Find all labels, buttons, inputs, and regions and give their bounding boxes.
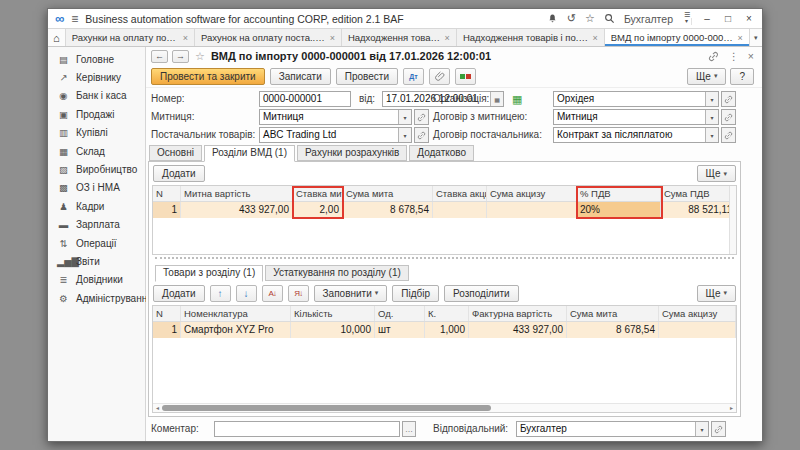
cell-vat-percent[interactable]: 20%	[577, 202, 661, 218]
responsible-open-button[interactable]	[711, 421, 726, 437]
col-n[interactable]: N	[153, 186, 181, 201]
cell-duty-sum[interactable]: 8 678,54	[343, 202, 433, 218]
sidebar-item-operatsii[interactable]: ⇅Операції	[48, 234, 145, 252]
sidebar-item-holovne[interactable]: ▤Головне	[48, 50, 145, 68]
col-excise-sum[interactable]: Сума акцизу	[659, 306, 736, 321]
chevron-down-icon[interactable]: ▾	[398, 128, 411, 142]
customs-contract-field[interactable]: Митниця ▾	[553, 109, 719, 125]
cell-unit[interactable]: шт	[375, 322, 425, 338]
tab-close-icon[interactable]: ×	[592, 33, 597, 43]
customs-contract-open-button[interactable]	[721, 109, 736, 125]
tab-invoice-doc[interactable]: Рахунок на оплату поста... 0000-000002 ×	[195, 29, 342, 46]
sidebar-item-kadry[interactable]: ♟Кадри	[48, 197, 145, 215]
cell-customs-value[interactable]: 433 927,00	[181, 202, 293, 218]
supplier-field[interactable]: ABC Trading Ltd ▾	[259, 127, 412, 143]
col-customs-value[interactable]: Митна вартість	[181, 186, 293, 201]
pick-button[interactable]: Підбір	[392, 285, 439, 302]
tab-close-icon[interactable]: ×	[445, 33, 450, 43]
main-menu-icon[interactable]: ≡	[71, 12, 78, 26]
sidebar-item-prodazhi[interactable]: ▣Продажі	[48, 105, 145, 123]
tab-close-icon[interactable]: ×	[183, 33, 188, 43]
fill-button[interactable]: Заповнити▾	[314, 285, 388, 302]
sort-ascending-button[interactable]: А↓	[262, 285, 283, 302]
supplier-contract-open-button[interactable]	[721, 127, 736, 143]
chevron-down-icon[interactable]: ▾	[705, 128, 718, 142]
journal-icon[interactable]: ▦	[512, 93, 522, 106]
search-icon[interactable]	[604, 13, 615, 24]
scrollbar-thumb[interactable]	[162, 405, 491, 411]
table-row[interactable]: 1 Смартфон XYZ Pro 10,000 шт 1,000 433 9…	[153, 322, 736, 338]
distribute-button[interactable]: Розподілити	[444, 285, 519, 302]
col-excise-sum[interactable]: Сума акцизу	[487, 186, 577, 201]
show-postings-button[interactable]: Дт	[403, 68, 424, 85]
service-menu-icon[interactable]: ≡▾	[682, 12, 692, 24]
cell-n[interactable]: 1	[153, 322, 181, 338]
sidebar-item-bank-kasa[interactable]: ◉Банк і каса	[48, 87, 145, 105]
sidebar-item-kupivli[interactable]: ▥Купівлі	[48, 124, 145, 142]
sidebar-item-zarplata[interactable]: ▬Зарплата	[48, 216, 145, 234]
tab-goods-receipt-doc[interactable]: Надходження товарів і по...0000-000002 ×	[457, 29, 605, 46]
tab-rakhunky-rozrakhunkiv[interactable]: Рахунки розрахунків	[297, 145, 407, 161]
scroll-left-icon[interactable]: ◂	[156, 405, 159, 411]
sidebar-item-sklad[interactable]: ▦Склад	[48, 142, 145, 160]
comment-expand-button[interactable]: …	[402, 421, 416, 437]
close-window-button[interactable]: ×	[743, 13, 755, 24]
sort-descending-button[interactable]: Я↓	[288, 285, 309, 302]
save-button[interactable]: Записати	[270, 68, 331, 85]
notifications-bell-icon[interactable]	[547, 13, 558, 24]
minimize-button[interactable]: –	[701, 13, 713, 24]
organization-field[interactable]: Орхідея ▾	[553, 91, 719, 107]
cell-duty-rate[interactable]: 2,00	[293, 202, 343, 218]
move-down-button[interactable]: ↓	[236, 285, 257, 302]
cell-excise-sum[interactable]	[659, 322, 736, 338]
col-unit[interactable]: Од.	[375, 306, 425, 321]
tab-rozdily-vmd[interactable]: Розділи ВМД (1)	[204, 145, 295, 162]
back-button[interactable]: ←	[151, 50, 168, 63]
sidebar-item-dovidnyky[interactable]: ≣Довідники	[48, 271, 145, 289]
related-documents-button[interactable]	[455, 68, 476, 85]
tab-vmd-import-doc[interactable]: ВМД по імпорту 0000-000001 від 17.0... ×	[605, 29, 750, 46]
add-goods-button[interactable]: Додати	[153, 285, 205, 302]
history-icon[interactable]: ↺	[567, 13, 576, 24]
add-section-button[interactable]: Додати	[153, 165, 205, 182]
favorites-star-icon[interactable]: ☆	[585, 13, 595, 24]
customs-open-button[interactable]	[414, 109, 429, 125]
tab-ustatkuvannia-rozdilu[interactable]: Устаткування по розділу (1)	[265, 265, 409, 281]
move-up-button[interactable]: ↑	[210, 285, 231, 302]
col-duty-rate[interactable]: Ставка мита	[293, 186, 343, 201]
forward-button[interactable]: →	[172, 50, 189, 63]
col-invoice-value[interactable]: Фактурна вартість	[469, 306, 567, 321]
cell-duty-sum[interactable]: 8 678,54	[567, 322, 659, 338]
tab-osnovni[interactable]: Основні	[149, 145, 202, 161]
tab-close-icon[interactable]: ×	[737, 33, 742, 43]
more-actions-button[interactable]: Ще▾	[687, 68, 726, 85]
close-document-icon[interactable]: ×	[748, 50, 754, 62]
sidebar-item-oz-nma[interactable]: ▩ОЗ і НМА	[48, 179, 145, 197]
cell-excise-rate[interactable]	[433, 202, 487, 218]
col-vat-sum[interactable]: Сума ПДВ	[661, 186, 736, 201]
sections-more-button[interactable]: Ще▾	[697, 165, 736, 182]
sidebar-item-kerivnyku[interactable]: ↗Керівнику	[48, 68, 145, 86]
sidebar-item-zvity[interactable]: ▂▅▇Звіти	[48, 252, 145, 270]
tab-tovary-rozdilu[interactable]: Товари з розділу (1)	[155, 265, 263, 282]
calendar-icon[interactable]: ▦	[490, 92, 503, 106]
tab-overflow-dropdown[interactable]: ▾	[750, 29, 762, 46]
col-qty[interactable]: Кількість	[291, 306, 375, 321]
organization-open-button[interactable]	[721, 91, 736, 107]
tab-invoices-list[interactable]: Рахунки на оплату постачальників ×	[66, 29, 195, 46]
col-k[interactable]: К.	[425, 306, 469, 321]
customs-field[interactable]: Митниця ▾	[259, 109, 412, 125]
cell-excise-sum[interactable]	[487, 202, 577, 218]
col-duty-sum[interactable]: Сума мита	[567, 306, 659, 321]
tab-close-icon[interactable]: ×	[330, 33, 335, 43]
scroll-right-icon[interactable]: ▸	[730, 405, 733, 411]
maximize-button[interactable]: □	[722, 13, 734, 24]
supplier-contract-field[interactable]: Контракт за післяплатою ▾	[553, 127, 719, 143]
responsible-field[interactable]: Бухгалтер ▾	[516, 421, 709, 437]
more-vertical-icon[interactable]: ⋮	[728, 50, 739, 62]
table-row[interactable]: 1 433 927,00 2,00 8 678,54 20% 88 521,11	[153, 202, 736, 218]
current-user[interactable]: Бухгалтер	[624, 13, 673, 25]
post-button[interactable]: Провести	[336, 68, 398, 85]
supplier-open-button[interactable]	[414, 127, 429, 143]
attachments-button[interactable]	[429, 68, 450, 85]
